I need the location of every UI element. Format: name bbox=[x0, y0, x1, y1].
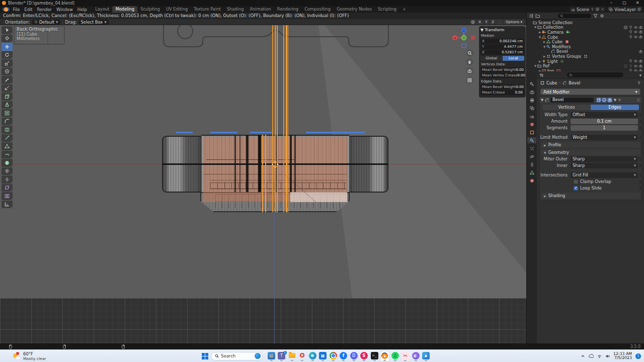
taskbar-icon-loop[interactable]: ◐ bbox=[412, 351, 420, 361]
tool-inset-faces[interactable] bbox=[2, 109, 13, 117]
outliner-row-scene-collection[interactable]: Scene Collection bbox=[527, 20, 644, 25]
tool-spin[interactable] bbox=[2, 151, 13, 159]
display-realtime-toggle[interactable] bbox=[602, 98, 607, 103]
taskbar-icon-photos[interactable]: ▲ bbox=[422, 351, 430, 361]
tool-shrink-fatten[interactable] bbox=[2, 175, 13, 184]
close-modifier-icon[interactable] bbox=[618, 98, 621, 102]
blender-logo-icon[interactable] bbox=[3, 7, 10, 12]
viewport-3d[interactable]: Back Orthographic (11) Cube Millimeters … bbox=[0, 25, 526, 343]
onedrive-icon[interactable] bbox=[589, 353, 594, 358]
subpanel-geometry[interactable]: ▼Geometry bbox=[541, 149, 640, 155]
outliner-row-light[interactable]: ▶Light bbox=[527, 59, 644, 64]
checkbox-loop-slide[interactable]: ✓ bbox=[574, 186, 578, 191]
tray-clock[interactable]: 12:33 AM 7/5/2023 bbox=[613, 352, 632, 360]
taskbar-search[interactable]: Search bbox=[211, 352, 263, 360]
tool-shear[interactable] bbox=[2, 184, 13, 192]
tool-rip-region[interactable] bbox=[2, 192, 13, 200]
add-modifier-button[interactable]: Add Modifier ▼ bbox=[540, 88, 640, 95]
tool-add-cube[interactable] bbox=[2, 93, 13, 101]
pin-icon[interactable] bbox=[591, 8, 594, 11]
unlink-icon[interactable] bbox=[601, 8, 604, 11]
pan-button[interactable] bbox=[466, 58, 473, 66]
menu-render[interactable]: Render bbox=[35, 7, 54, 12]
subpanel-shading[interactable]: ▶Shading bbox=[541, 193, 640, 199]
cam-icon[interactable] bbox=[639, 35, 642, 39]
tool-scale[interactable] bbox=[2, 59, 13, 67]
field-limit-method[interactable]: Weight▼ bbox=[571, 135, 638, 140]
options-icon[interactable] bbox=[600, 14, 604, 18]
cam-icon[interactable] bbox=[639, 64, 642, 68]
properties-tab-world[interactable] bbox=[527, 121, 536, 127]
transform-field-mean-bevel-weight[interactable]: Mean Bevel Weight0.00 bbox=[480, 67, 524, 72]
eye-icon[interactable] bbox=[634, 64, 637, 68]
properties-tab-physics[interactable] bbox=[527, 153, 536, 159]
extras-dropdown-icon[interactable]: ▼ bbox=[614, 98, 616, 102]
outliner-row-cube[interactable]: ▶Cube bbox=[527, 39, 644, 44]
outliner-row-vertex-groups[interactable]: ▶Vertex Groups bbox=[527, 54, 644, 59]
snap-icon[interactable] bbox=[497, 20, 503, 25]
expand-icon[interactable]: ▼ bbox=[541, 98, 543, 102]
drag-handle-icon[interactable] bbox=[636, 98, 640, 102]
tool-loop-cut[interactable] bbox=[2, 126, 13, 134]
outliner-row-bevel[interactable]: Bevel bbox=[527, 49, 644, 54]
workspace-tab-geometry-nodes[interactable]: Geometry Nodes bbox=[334, 6, 375, 13]
bevel-panel-header[interactable]: ▼ Bevel ▼ bbox=[539, 97, 642, 103]
cam-icon[interactable] bbox=[639, 30, 642, 34]
notification-badge[interactable]: 1 bbox=[635, 353, 641, 359]
display-render-toggle[interactable] bbox=[607, 98, 612, 103]
subpanel-profile[interactable]: ▶Profile bbox=[541, 142, 640, 148]
axis-toggle-x[interactable]: X bbox=[477, 20, 482, 25]
tool-extrude-region[interactable] bbox=[2, 101, 13, 109]
eye-icon[interactable] bbox=[634, 35, 637, 39]
properties-tab-modifiers[interactable] bbox=[527, 137, 536, 143]
tool-annotate[interactable] bbox=[2, 76, 13, 84]
taskbar-icon-explorer[interactable]: ▤ bbox=[267, 351, 275, 361]
workspace-tab-modeling[interactable]: Modeling bbox=[112, 6, 137, 13]
transform-field-mean-crease[interactable]: Mean Crease0.00 bbox=[480, 90, 524, 95]
filter-icon[interactable] bbox=[629, 30, 632, 34]
workspace-tab-scripting[interactable]: Scripting bbox=[375, 6, 399, 13]
tool-rip-edge[interactable] bbox=[2, 201, 13, 209]
tray-chevron-icon[interactable] bbox=[581, 354, 585, 358]
editor-type-icon[interactable] bbox=[529, 14, 533, 18]
field-miter-outer[interactable]: Sharp▼ bbox=[571, 156, 638, 162]
display-mode-icon[interactable] bbox=[535, 14, 540, 18]
filter-icon[interactable] bbox=[629, 26, 632, 29]
tool-cursor-3d[interactable] bbox=[2, 35, 13, 43]
modifier-name-field[interactable]: Bevel bbox=[550, 98, 594, 103]
bevel-affect-edges[interactable]: Edges bbox=[591, 105, 639, 110]
transform-field-x[interactable]: X0.002246 cm bbox=[480, 39, 524, 44]
transform-field-mean-vertex-crease[interactable]: Mean Vertex Crease0.00 bbox=[480, 73, 524, 78]
transform-panel-header[interactable]: ▼ Transform bbox=[480, 28, 524, 32]
copy-icon[interactable] bbox=[596, 8, 599, 11]
menu-help[interactable]: Help bbox=[75, 7, 89, 12]
navigation-gizmo[interactable]: Z X Y bbox=[452, 27, 477, 49]
menu-window[interactable]: Window bbox=[54, 7, 75, 12]
tool-knife[interactable] bbox=[2, 134, 13, 142]
properties-search[interactable] bbox=[567, 72, 623, 77]
properties-tab-tool[interactable] bbox=[527, 81, 536, 87]
taskbar-icon-superhuman[interactable]: S bbox=[360, 351, 368, 361]
taskbar-icon-opera[interactable]: O bbox=[298, 351, 306, 361]
options-dropdown[interactable]: Options ▾ bbox=[504, 20, 524, 25]
bevel-affect-vertices[interactable]: Vertices bbox=[542, 105, 591, 110]
properties-tab-view-layer[interactable] bbox=[527, 105, 536, 111]
workspace-tab-uv-editing[interactable]: UV Editing bbox=[163, 6, 191, 13]
field-segments[interactable]: 1 bbox=[571, 125, 638, 131]
taskbar-icon-blender[interactable] bbox=[381, 351, 389, 361]
pin-icon[interactable] bbox=[637, 81, 641, 85]
checkbox-clamp-overlap[interactable] bbox=[574, 179, 578, 184]
field-intersections[interactable]: Grid Fill▼ bbox=[571, 172, 638, 178]
volume-icon[interactable] bbox=[605, 354, 610, 358]
taskbar-icon-edge[interactable]: e bbox=[308, 351, 316, 361]
copy-icon[interactable] bbox=[637, 8, 641, 11]
outliner-search[interactable] bbox=[558, 14, 591, 18]
start-button[interactable] bbox=[202, 353, 208, 359]
weather-widget[interactable]: 60°F Mostly clear bbox=[13, 351, 46, 361]
tool-move[interactable] bbox=[2, 43, 13, 51]
taskbar-icon-discord[interactable]: D bbox=[350, 351, 358, 361]
eye-icon[interactable] bbox=[634, 26, 637, 29]
editor-type-icon[interactable] bbox=[539, 73, 544, 77]
workspace-tab-rendering[interactable]: Rendering bbox=[274, 6, 301, 13]
workspace-tab-animation[interactable]: Animation bbox=[247, 6, 274, 13]
